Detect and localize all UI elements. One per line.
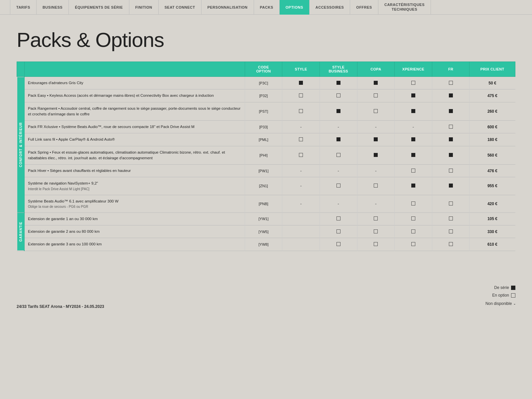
row-xperience: [395, 177, 432, 195]
row-description: Pack Spring • Feux et essuie-glaces auto…: [24, 146, 245, 165]
legend-en-option-label: En option: [492, 292, 509, 299]
symbol-empty: [449, 242, 453, 246]
nav-item-seatconnect[interactable]: SEAT CONNECT: [159, 0, 201, 15]
row-fr: [432, 195, 469, 212]
table-row: Extension de garantie 2 ans ou 80 000 km…: [17, 225, 515, 238]
nav-item-packs[interactable]: PACKS: [254, 0, 280, 15]
nav-item-caractristiquestechniques[interactable]: CARACTÉRISTIQUESTECHNIQUES: [378, 0, 431, 15]
col-header-style: STYLE: [282, 62, 320, 77]
symbol-empty: [449, 216, 453, 220]
row-code: [PST]: [245, 102, 282, 121]
symbol-empty: [336, 242, 340, 246]
symbol-empty: [336, 153, 340, 157]
row-style: [282, 212, 320, 225]
row-style_business: -: [320, 165, 357, 177]
row-copa: [357, 146, 395, 165]
row-price: 260 €: [469, 102, 515, 121]
row-style_business: [320, 77, 357, 89]
nav-item-tarifs[interactable]: TARIFS: [10, 0, 37, 15]
symbol-filled: [374, 137, 378, 141]
symbol-filled: [411, 109, 415, 113]
nav-item-options[interactable]: OPTIONS: [280, 0, 310, 15]
row-xperience: [395, 146, 432, 165]
options-table-wrapper: CODEOPTION STYLE STYLEBUSINESS COPA XPER…: [17, 62, 515, 251]
row-style: [282, 146, 320, 165]
row-copa: [357, 177, 395, 195]
nav-item-quipementsdesrie[interactable]: ÉQUIPEMENTS DE SÉRIE: [69, 0, 129, 15]
nav-item-accessoires[interactable]: ACCESSOIRES: [310, 0, 350, 15]
symbol-dash: -: [300, 183, 302, 189]
legend-en-option: En option: [485, 292, 515, 299]
symbol-empty: [299, 93, 303, 97]
row-style_business: [320, 212, 357, 225]
symbol-filled: [449, 109, 453, 113]
row-copa: [357, 225, 395, 238]
row-fr: [432, 225, 469, 238]
row-description: Extension de garantie 1 an ou 30 000 km: [24, 212, 245, 225]
row-description: Extension de garantie 2 ans ou 80 000 km: [24, 225, 245, 238]
symbol-filled: [411, 153, 415, 157]
section-label-1: GARANTIE: [17, 212, 25, 251]
legend-non-dispo: Non disponible -: [485, 300, 515, 308]
row-fr: [432, 165, 469, 177]
symbol-empty: [411, 242, 415, 246]
row-style_business: [320, 146, 357, 165]
table-row: GARANTIEExtension de garantie 1 an ou 30…: [17, 212, 515, 225]
row-fr: [432, 133, 469, 146]
nav-item-finition[interactable]: FINITION: [129, 0, 159, 15]
row-description: Pack Rangement • Accoudoir central, coff…: [24, 102, 245, 121]
row-style: [282, 238, 320, 251]
symbol-empty: [336, 229, 340, 233]
row-price: 610 €: [469, 238, 515, 251]
symbol-empty: [374, 93, 378, 97]
options-table: CODEOPTION STYLE STYLEBUSINESS COPA XPER…: [17, 62, 515, 251]
table-row: Full Link sans fil • Apple CarPlay® & An…: [17, 133, 515, 146]
symbol-dash: -: [375, 201, 377, 206]
col-header-copa: COPA: [357, 62, 395, 77]
symbol-filled: [411, 93, 415, 97]
row-fr: [432, 212, 469, 225]
symbol-empty: [411, 216, 415, 220]
nav-item-personnalisation[interactable]: PERSONNALISATION: [201, 0, 254, 15]
symbol-empty: [411, 201, 415, 205]
row-price: 476 €: [469, 165, 515, 177]
nav-item-offres[interactable]: OFFRES: [350, 0, 378, 15]
row-copa: -: [357, 121, 395, 133]
symbol-filled: [449, 184, 453, 188]
row-style_business: [320, 177, 357, 195]
row-copa: [357, 102, 395, 121]
row-xperience: [395, 195, 432, 212]
row-style_business: [320, 133, 357, 146]
row-description: Pack Easy • Keyless Access (accès et dém…: [24, 89, 245, 102]
row-price: 105 €: [469, 212, 515, 225]
row-code: [P3C]: [245, 77, 282, 89]
legend-empty-icon: [511, 293, 515, 298]
legend-de-serie: De série: [485, 284, 515, 292]
row-price: 50 €: [469, 77, 515, 89]
nav-item-business[interactable]: BUSINESS: [37, 0, 69, 15]
legend: De série En option Non disponible -: [485, 284, 515, 309]
row-description: Système Beats Audio™ 6.1 avec amplificat…: [24, 195, 245, 212]
legend-dash-icon: -: [514, 300, 515, 308]
row-price: 420 €: [469, 195, 515, 212]
row-xperience: [395, 212, 432, 225]
row-style_business: -: [320, 195, 357, 212]
symbol-empty: [336, 93, 340, 97]
row-style: [282, 89, 320, 102]
col-header-style-business: STYLEBUSINESS: [320, 62, 357, 77]
row-code: [PML]: [245, 133, 282, 146]
table-row: Système de navigation NaviSystem+ 9,2"In…: [17, 177, 515, 195]
symbol-filled: [336, 109, 340, 113]
row-xperience: [395, 102, 432, 121]
row-price: 180 €: [469, 133, 515, 146]
section-label-0: CONFORT & INTÉRIEUR: [17, 77, 25, 213]
table-row: Pack FR Xclusive • Système Beats Audio™,…: [17, 121, 515, 133]
row-code: [YW8]: [245, 238, 282, 251]
row-code: [ZN1]: [245, 177, 282, 195]
top-navigation: TARIFSBUSINESSÉQUIPEMENTS DE SÉRIEFINITI…: [0, 0, 532, 15]
symbol-dash: -: [337, 168, 339, 174]
row-xperience: [395, 77, 432, 89]
symbol-dash: -: [375, 124, 377, 130]
table-row: Pack Spring • Feux et essuie-glaces auto…: [17, 146, 515, 165]
symbol-empty: [449, 81, 453, 85]
